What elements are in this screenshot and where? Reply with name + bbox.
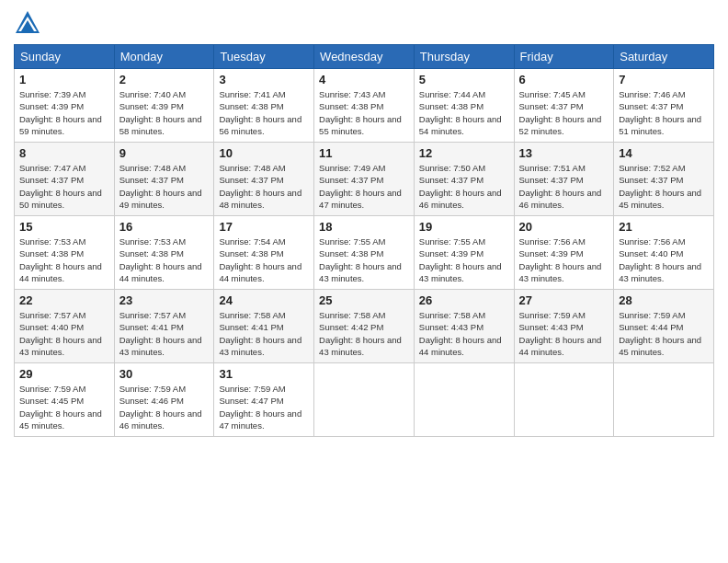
day-info: Sunrise: 7:59 AMSunset: 4:47 PMDaylight:… (219, 383, 309, 431)
calendar-cell (414, 363, 514, 437)
calendar-cell: 10Sunrise: 7:48 AMSunset: 4:37 PMDayligh… (214, 143, 314, 216)
day-info: Sunrise: 7:40 AMSunset: 4:39 PMDaylight:… (119, 88, 210, 137)
calendar-header-saturday: Saturday (614, 45, 714, 69)
day-info: Sunrise: 7:39 AMSunset: 4:39 PMDaylight:… (19, 88, 109, 137)
day-number: 14 (619, 146, 709, 160)
calendar-cell: 4Sunrise: 7:43 AMSunset: 4:38 PMDaylight… (314, 69, 415, 143)
calendar-cell (514, 363, 614, 437)
day-info: Sunrise: 7:54 AMSunset: 4:38 PMDaylight:… (219, 236, 309, 284)
day-info: Sunrise: 7:56 AMSunset: 4:39 PMDaylight:… (519, 236, 609, 284)
calendar-cell: 11Sunrise: 7:49 AMSunset: 4:37 PMDayligh… (314, 143, 415, 216)
calendar-cell: 13Sunrise: 7:51 AMSunset: 4:37 PMDayligh… (514, 143, 614, 216)
calendar-cell: 29Sunrise: 7:59 AMSunset: 4:45 PMDayligh… (15, 363, 115, 437)
header (14, 9, 714, 37)
calendar-cell: 1Sunrise: 7:39 AMSunset: 4:39 PMDaylight… (15, 69, 115, 143)
calendar-cell: 14Sunrise: 7:52 AMSunset: 4:37 PMDayligh… (614, 143, 714, 216)
calendar-cell: 7Sunrise: 7:46 AMSunset: 4:37 PMDaylight… (614, 69, 714, 143)
day-info: Sunrise: 7:59 AMSunset: 4:45 PMDaylight:… (19, 383, 109, 431)
calendar-cell: 12Sunrise: 7:50 AMSunset: 4:37 PMDayligh… (414, 143, 514, 216)
day-info: Sunrise: 7:55 AMSunset: 4:38 PMDaylight:… (319, 236, 409, 284)
day-number: 20 (519, 220, 609, 234)
day-info: Sunrise: 7:44 AMSunset: 4:38 PMDaylight:… (419, 88, 509, 137)
logo-icon (14, 9, 41, 37)
day-info: Sunrise: 7:48 AMSunset: 4:37 PMDaylight:… (219, 162, 309, 211)
day-info: Sunrise: 7:58 AMSunset: 4:43 PMDaylight:… (419, 309, 509, 358)
calendar-header-friday: Friday (514, 45, 614, 69)
day-info: Sunrise: 7:58 AMSunset: 4:42 PMDaylight:… (319, 309, 409, 358)
day-info: Sunrise: 7:56 AMSunset: 4:40 PMDaylight:… (619, 236, 709, 284)
calendar-cell: 30Sunrise: 7:59 AMSunset: 4:46 PMDayligh… (114, 363, 214, 437)
day-number: 27 (519, 293, 609, 307)
day-info: Sunrise: 7:50 AMSunset: 4:37 PMDaylight:… (419, 162, 509, 211)
day-number: 23 (119, 293, 210, 307)
day-number: 18 (319, 220, 409, 234)
day-info: Sunrise: 7:49 AMSunset: 4:37 PMDaylight:… (319, 162, 409, 211)
day-info: Sunrise: 7:59 AMSunset: 4:46 PMDaylight:… (119, 383, 210, 431)
calendar-cell: 25Sunrise: 7:58 AMSunset: 4:42 PMDayligh… (314, 290, 415, 363)
calendar-header-wednesday: Wednesday (314, 45, 415, 69)
calendar-cell: 9Sunrise: 7:48 AMSunset: 4:37 PMDaylight… (114, 143, 214, 216)
calendar-cell: 27Sunrise: 7:59 AMSunset: 4:43 PMDayligh… (514, 290, 614, 363)
day-number: 11 (319, 146, 409, 160)
calendar-cell: 31Sunrise: 7:59 AMSunset: 4:47 PMDayligh… (214, 363, 314, 437)
day-info: Sunrise: 7:57 AMSunset: 4:41 PMDaylight:… (119, 309, 210, 358)
day-info: Sunrise: 7:57 AMSunset: 4:40 PMDaylight:… (19, 309, 109, 358)
calendar-header-row: SundayMondayTuesdayWednesdayThursdayFrid… (15, 45, 714, 69)
calendar-cell: 8Sunrise: 7:47 AMSunset: 4:37 PMDaylight… (15, 143, 115, 216)
day-info: Sunrise: 7:51 AMSunset: 4:37 PMDaylight:… (519, 162, 609, 211)
day-number: 19 (419, 220, 509, 234)
day-info: Sunrise: 7:53 AMSunset: 4:38 PMDaylight:… (19, 236, 109, 284)
calendar-cell: 28Sunrise: 7:59 AMSunset: 4:44 PMDayligh… (614, 290, 714, 363)
calendar-cell: 26Sunrise: 7:58 AMSunset: 4:43 PMDayligh… (414, 290, 514, 363)
calendar-cell: 3Sunrise: 7:41 AMSunset: 4:38 PMDaylight… (214, 69, 314, 143)
page: SundayMondayTuesdayWednesdayThursdayFrid… (0, 0, 728, 563)
day-info: Sunrise: 7:59 AMSunset: 4:44 PMDaylight:… (619, 309, 709, 358)
day-number: 17 (219, 220, 309, 234)
calendar-cell: 5Sunrise: 7:44 AMSunset: 4:38 PMDaylight… (414, 69, 514, 143)
calendar-cell: 21Sunrise: 7:56 AMSunset: 4:40 PMDayligh… (614, 216, 714, 290)
calendar-header-monday: Monday (114, 45, 214, 69)
day-info: Sunrise: 7:58 AMSunset: 4:41 PMDaylight:… (219, 309, 309, 358)
calendar-cell: 17Sunrise: 7:54 AMSunset: 4:38 PMDayligh… (214, 216, 314, 290)
day-number: 12 (419, 146, 509, 160)
day-number: 3 (219, 73, 309, 86)
calendar-week-2: 8Sunrise: 7:47 AMSunset: 4:37 PMDaylight… (15, 143, 714, 216)
day-number: 4 (319, 73, 409, 86)
day-number: 16 (119, 220, 210, 234)
calendar-header-sunday: Sunday (15, 45, 115, 69)
day-number: 25 (319, 293, 409, 307)
calendar-header-thursday: Thursday (414, 45, 514, 69)
day-number: 31 (219, 367, 309, 381)
day-number: 22 (19, 293, 109, 307)
calendar-table: SundayMondayTuesdayWednesdayThursdayFrid… (14, 44, 714, 437)
day-info: Sunrise: 7:41 AMSunset: 4:38 PMDaylight:… (219, 88, 309, 137)
day-number: 29 (19, 367, 109, 381)
day-info: Sunrise: 7:47 AMSunset: 4:37 PMDaylight:… (19, 162, 109, 211)
day-number: 6 (519, 73, 609, 86)
day-info: Sunrise: 7:53 AMSunset: 4:38 PMDaylight:… (119, 236, 210, 284)
day-info: Sunrise: 7:43 AMSunset: 4:38 PMDaylight:… (319, 88, 409, 137)
day-number: 1 (19, 73, 109, 86)
day-number: 8 (19, 146, 109, 160)
day-number: 30 (119, 367, 210, 381)
calendar-cell: 23Sunrise: 7:57 AMSunset: 4:41 PMDayligh… (114, 290, 214, 363)
calendar-cell (614, 363, 714, 437)
day-number: 21 (619, 220, 709, 234)
day-info: Sunrise: 7:46 AMSunset: 4:37 PMDaylight:… (619, 88, 709, 137)
day-number: 9 (119, 146, 210, 160)
day-number: 13 (519, 146, 609, 160)
day-number: 15 (19, 220, 109, 234)
day-info: Sunrise: 7:45 AMSunset: 4:37 PMDaylight:… (519, 88, 609, 137)
calendar-cell: 6Sunrise: 7:45 AMSunset: 4:37 PMDaylight… (514, 69, 614, 143)
day-number: 7 (619, 73, 709, 86)
calendar-cell: 19Sunrise: 7:55 AMSunset: 4:39 PMDayligh… (414, 216, 514, 290)
day-number: 5 (419, 73, 509, 86)
day-number: 2 (119, 73, 210, 86)
calendar-cell: 15Sunrise: 7:53 AMSunset: 4:38 PMDayligh… (15, 216, 115, 290)
day-number: 10 (219, 146, 309, 160)
logo (14, 9, 45, 37)
calendar-cell (314, 363, 415, 437)
calendar-cell: 20Sunrise: 7:56 AMSunset: 4:39 PMDayligh… (514, 216, 614, 290)
calendar-cell: 24Sunrise: 7:58 AMSunset: 4:41 PMDayligh… (214, 290, 314, 363)
day-number: 28 (619, 293, 709, 307)
